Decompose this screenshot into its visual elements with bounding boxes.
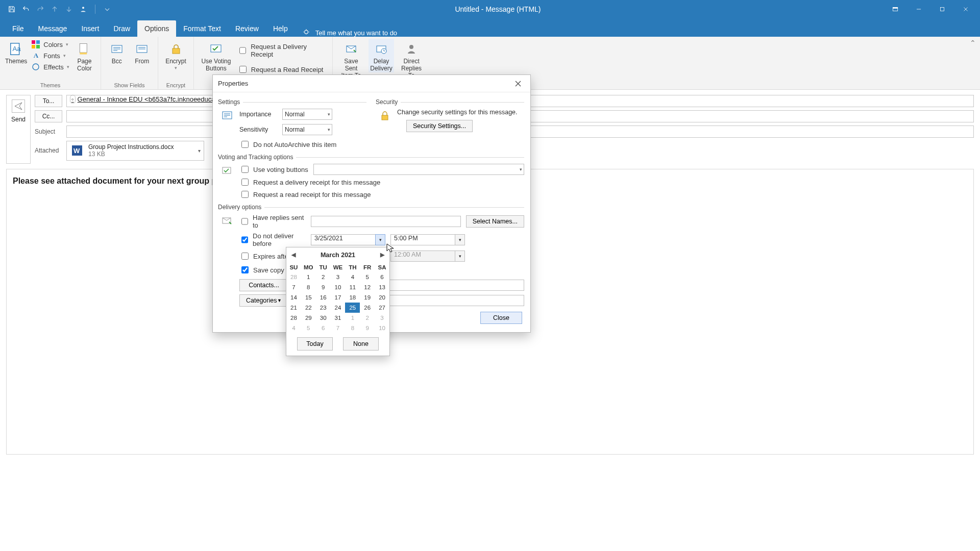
fonts-button[interactable]: AFonts ▾ (31, 51, 69, 60)
direct-replies-button[interactable]: Direct Replies To (398, 39, 425, 79)
cal-day[interactable]: 13 (375, 282, 389, 292)
cal-day[interactable]: 20 (375, 292, 389, 303)
person-icon[interactable] (79, 5, 88, 14)
cal-day[interactable]: 25 (345, 303, 360, 313)
save-sent-button[interactable]: Save Sent Item To (338, 39, 364, 79)
arrow-down-icon[interactable] (64, 5, 74, 14)
cal-day[interactable]: 7 (331, 323, 346, 333)
deliver-date-field[interactable]: 3/25/2021 ▾ (311, 234, 385, 245)
cal-day[interactable]: 17 (331, 292, 346, 303)
cal-day[interactable]: 3 (375, 313, 389, 323)
attachment-chip[interactable]: W Group Project Instructions.docx 13 KB … (66, 141, 204, 161)
select-names-button[interactable]: Select Names... (466, 215, 524, 228)
do-not-deliver-check[interactable]: Do not deliver before (239, 232, 306, 247)
cal-day[interactable]: 19 (360, 292, 375, 303)
cal-none-button[interactable]: None (343, 337, 379, 350)
cal-day[interactable]: 29 (301, 313, 316, 323)
tab-options[interactable]: Options (137, 20, 176, 37)
cal-day[interactable]: 5 (360, 272, 375, 282)
cal-day[interactable]: 1 (301, 272, 316, 282)
voting-buttons-input[interactable]: ▾ (313, 164, 524, 175)
replies-input[interactable] (311, 216, 461, 227)
encrypt-button[interactable]: Encrypt ▾ (163, 39, 188, 70)
collapse-ribbon-icon[interactable]: ⌃ (970, 39, 976, 47)
tab-message[interactable]: Message (31, 20, 75, 37)
use-voting-check[interactable]: Use voting buttons (239, 164, 308, 174)
delivery-receipt-check[interactable]: Request a Delivery Receipt (237, 43, 327, 58)
cal-day[interactable]: 28 (286, 272, 301, 282)
cal-day[interactable]: 2 (360, 313, 375, 323)
arrow-up-icon[interactable] (50, 5, 59, 14)
save-icon[interactable] (7, 5, 16, 14)
maximize-icon[interactable] (931, 1, 953, 17)
tab-format-text[interactable]: Format Text (176, 20, 228, 37)
cal-day[interactable]: 2 (316, 272, 331, 282)
autoarchive-check[interactable]: Do not AutoArchive this item (239, 139, 366, 149)
redo-icon[interactable] (36, 5, 45, 14)
qat-customize-icon[interactable] (103, 5, 112, 14)
cal-day[interactable]: 1 (345, 313, 360, 323)
cal-today-button[interactable]: Today (297, 337, 333, 350)
cal-day[interactable]: 26 (360, 303, 375, 313)
cal-next-month[interactable]: ▶ (378, 251, 386, 259)
themes-button[interactable]: Aa Themes (5, 39, 27, 65)
cal-day[interactable]: 24 (331, 303, 346, 313)
cal-day[interactable]: 22 (301, 303, 316, 313)
cal-day[interactable]: 4 (345, 272, 360, 282)
undo-icon[interactable] (21, 5, 31, 14)
tab-draw[interactable]: Draw (106, 20, 137, 37)
close-button[interactable]: Close (480, 312, 522, 324)
contacts-button[interactable]: Contacts... (239, 279, 288, 291)
cal-day[interactable]: 4 (286, 323, 301, 333)
cal-day[interactable]: 30 (316, 313, 331, 323)
req-read-check[interactable]: Request a read receipt for this message (239, 189, 524, 199)
cal-day[interactable]: 8 (345, 323, 360, 333)
importance-select[interactable]: Normal▾ (282, 109, 332, 120)
cal-day[interactable]: 6 (316, 323, 331, 333)
cal-day[interactable]: 3 (331, 272, 346, 282)
tab-help[interactable]: Help (266, 20, 295, 37)
cal-day[interactable]: 15 (301, 292, 316, 303)
cal-day[interactable]: 5 (301, 323, 316, 333)
cal-day[interactable]: 10 (331, 282, 346, 292)
tell-me-search[interactable]: Tell me what you want to do (295, 29, 397, 37)
req-delivery-check[interactable]: Request a delivery receipt for this mess… (239, 177, 524, 187)
expires-time-dropdown-icon[interactable]: ▾ (455, 251, 465, 262)
tab-file[interactable]: File (5, 20, 31, 37)
have-replies-check[interactable]: Have replies sent to (239, 214, 306, 229)
tab-review[interactable]: Review (228, 20, 266, 37)
cal-day[interactable]: 10 (375, 323, 389, 333)
cal-day[interactable]: 18 (345, 292, 360, 303)
bcc-button[interactable]: Bcc (106, 39, 128, 65)
cal-day[interactable]: 16 (316, 292, 331, 303)
cal-day[interactable]: 7 (286, 282, 301, 292)
categories-button[interactable]: Categories▼ (239, 294, 288, 307)
voting-buttons[interactable]: Use Voting Buttons (199, 39, 233, 72)
ribbon-display-icon[interactable] (884, 1, 906, 17)
cal-day[interactable]: 8 (301, 282, 316, 292)
dialog-close-icon[interactable] (511, 77, 525, 91)
cc-button[interactable]: Cc... (35, 110, 62, 122)
security-settings-button[interactable]: Security Settings... (406, 120, 473, 132)
time-dropdown-icon[interactable]: ▾ (455, 234, 465, 245)
cal-day[interactable]: 9 (316, 282, 331, 292)
effects-button[interactable]: Effects ▾ (31, 62, 69, 71)
cal-day[interactable]: 11 (345, 282, 360, 292)
cal-day[interactable]: 12 (360, 282, 375, 292)
cal-day[interactable]: 27 (375, 303, 389, 313)
tab-insert[interactable]: Insert (74, 20, 106, 37)
cal-day[interactable]: 21 (286, 303, 301, 313)
cal-day[interactable]: 9 (360, 323, 375, 333)
from-button[interactable]: From (132, 39, 153, 65)
cal-day[interactable]: 28 (286, 313, 301, 323)
to-button[interactable]: To... (35, 95, 62, 107)
sensitivity-select[interactable]: Normal▾ (282, 124, 332, 135)
cal-day[interactable]: 14 (286, 292, 301, 303)
read-receipt-check[interactable]: Request a Read Receipt (237, 64, 327, 74)
page-color-button[interactable]: Page Color (74, 39, 95, 72)
cal-day[interactable]: 31 (331, 313, 346, 323)
date-dropdown-icon[interactable]: ▾ (375, 234, 385, 245)
cal-day[interactable]: 23 (316, 303, 331, 313)
cal-day[interactable]: 6 (375, 272, 389, 282)
close-icon[interactable] (954, 1, 977, 17)
